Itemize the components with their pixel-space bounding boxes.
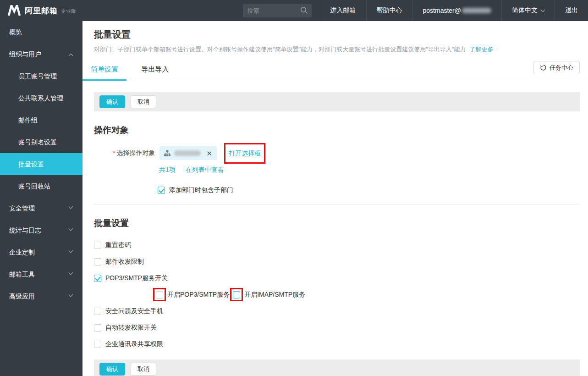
include-subdept-checkbox[interactable] <box>158 187 165 194</box>
include-subdept-label: 添加部门时包含子部门 <box>169 186 233 194</box>
pop3-smtp-switch-checkbox[interactable] <box>94 275 101 282</box>
contact-share-checkbox[interactable] <box>94 341 101 348</box>
confirm-button-bottom[interactable]: 确认 <box>99 363 125 376</box>
chevron-down-icon <box>69 249 73 253</box>
chevron-up-icon <box>69 54 73 58</box>
mail-limit-checkbox[interactable] <box>94 258 101 265</box>
sidebar-item-label: 邮箱工具 <box>9 271 35 278</box>
select-target-row: * 选择操作对象 ✕ 打开选择框 <box>94 146 580 160</box>
sidebar: 概览 组织与用户 员工账号管理 公共联系人管理 邮件组 账号别名设置 批量设置 … <box>0 21 82 376</box>
brand-name: 阿里邮箱 <box>25 6 58 16</box>
brand-logo: 阿里邮箱 企业版 <box>0 5 76 16</box>
redacted-account-domain <box>462 8 491 13</box>
nav-language[interactable]: 简体中文 <box>501 0 555 21</box>
sidebar-item-security-mgmt[interactable]: 安全管理 <box>0 197 82 219</box>
security-question-checkbox[interactable] <box>94 308 101 315</box>
option-label: 安全问题及安全手机 <box>105 307 163 315</box>
sidebar-item-advanced-apps[interactable]: 高级应用 <box>0 285 82 307</box>
learn-more-link[interactable]: 了解更多 <box>469 46 493 53</box>
option-label: 企业通讯录共享权限 <box>105 340 163 348</box>
confirm-button-top[interactable]: 确认 <box>99 95 125 108</box>
chevron-down-icon <box>69 271 73 275</box>
task-center-button[interactable]: 任务中心 <box>533 61 580 74</box>
section-divider <box>94 204 580 205</box>
page-description: 对部门、子部门或单个邮箱账号进行设置。对个别账号操作建议使用"简单设置"能力，对… <box>94 45 588 54</box>
sidebar-item-label: 组织与用户 <box>9 50 41 58</box>
remove-target-icon[interactable]: ✕ <box>206 150 212 157</box>
option-row-pop3-smtp-switch: POP3/SMTP服务开关 <box>94 274 580 282</box>
option-label: POP3/SMTP服务开关 <box>105 274 168 282</box>
section-title-target: 操作对象 <box>94 124 580 136</box>
nav-logout[interactable]: 退出 <box>555 0 588 21</box>
header-nav: 进入邮箱 帮助中心 postmaster@ 简体中文 退出 <box>320 0 588 21</box>
option-row-reset-password: 重置密码 <box>94 241 580 249</box>
sidebar-item-label: 企业定制 <box>9 249 35 256</box>
language-label: 简体中文 <box>512 6 538 15</box>
target-summary-row: 共1项 在列表中查看 <box>159 166 580 174</box>
sidebar-item-label: 安全管理 <box>9 205 35 212</box>
select-target-label: 选择操作对象 <box>116 149 155 157</box>
header-search <box>243 4 312 17</box>
search-icon[interactable] <box>300 6 308 14</box>
chevron-down-icon <box>69 205 73 209</box>
chevron-down-icon <box>541 8 545 12</box>
task-center-label: 任务中心 <box>550 64 573 72</box>
department-icon <box>164 150 170 156</box>
option-row-mail-limit: 邮件收发限制 <box>94 258 580 266</box>
auto-forward-checkbox[interactable] <box>94 324 101 332</box>
sidebar-item-stats-logs[interactable]: 统计与日志 <box>0 219 82 241</box>
chevron-down-icon <box>69 293 73 297</box>
include-subdept-row: 添加部门时包含子部门 <box>158 186 580 194</box>
brand-edition-badge: 企业版 <box>61 8 76 15</box>
sidebar-item-mail-tools[interactable]: 邮箱工具 <box>0 263 82 285</box>
content-area: 确认 取消 操作对象 * 选择操作对象 ✕ 打开选择框 <box>82 92 588 376</box>
pop3-imap-suboptions-row: 开启POP3/SMTP服务 开启IMAP/SMTP服务 <box>156 291 580 299</box>
sidebar-item-staff-accounts[interactable]: 员工账号管理 <box>0 65 82 87</box>
page-description-text: 对部门、子部门或单个邮箱账号进行设置。对个别账号操作建议使用"简单设置"能力，对… <box>94 46 466 53</box>
main-content: 批量设置 对部门、子部门或单个邮箱账号进行设置。对个别账号操作建议使用"简单设置… <box>82 21 588 376</box>
chevron-down-icon <box>69 227 73 231</box>
cancel-button-top[interactable]: 取消 <box>131 95 156 108</box>
redacted-department-name <box>174 150 201 156</box>
account-prefix: postmaster@ <box>423 7 461 14</box>
sidebar-item-org-users[interactable]: 组织与用户 <box>0 43 82 65</box>
enable-pop3-smtp-checkbox[interactable] <box>156 291 163 299</box>
nav-account[interactable]: postmaster@ <box>412 0 501 21</box>
page-title: 批量设置 <box>94 28 588 41</box>
suboption-pop3: 开启POP3/SMTP服务 <box>156 291 230 299</box>
open-selector-wrap: 打开选择框 <box>229 149 261 158</box>
alimail-logo-icon <box>7 5 21 16</box>
option-label: 重置密码 <box>105 241 131 249</box>
view-in-list-link[interactable]: 在列表中查看 <box>186 166 224 173</box>
open-selector-link[interactable]: 打开选择框 <box>229 149 261 157</box>
reset-password-checkbox[interactable] <box>94 242 101 249</box>
option-row-security-question: 安全问题及安全手机 <box>94 307 580 315</box>
nav-enter-mailbox[interactable]: 进入邮箱 <box>320 0 366 21</box>
sidebar-item-label: 高级应用 <box>9 293 35 300</box>
selected-target-tag: ✕ <box>159 146 217 160</box>
tab-bar: 简单设置 导出导入 任务中心 <box>82 60 588 80</box>
sidebar-item-mail-groups[interactable]: 邮件组 <box>0 109 82 131</box>
imap-checkbox-wrap <box>233 291 240 299</box>
action-bar-bottom: 确认 取消 <box>94 359 580 376</box>
tab-export-import[interactable]: 导出导入 <box>133 60 177 80</box>
top-header: 阿里邮箱 企业版 进入邮箱 帮助中心 postmaster@ 简体中文 退出 <box>0 0 588 21</box>
cancel-button-bottom[interactable]: 取消 <box>131 363 156 376</box>
sidebar-item-enterprise-custom[interactable]: 企业定制 <box>0 241 82 263</box>
option-row-contact-share: 企业通讯录共享权限 <box>94 340 580 348</box>
action-bar-top: 确认 取消 <box>94 92 580 111</box>
sidebar-item-overview[interactable]: 概览 <box>0 21 82 43</box>
sidebar-item-alias-settings[interactable]: 账号别名设置 <box>0 131 82 153</box>
sidebar-item-public-contacts[interactable]: 公共联系人管理 <box>0 87 82 109</box>
section-title-batch: 批量设置 <box>94 217 580 229</box>
selected-count-text: 共1项 <box>159 166 176 173</box>
nav-help-center[interactable]: 帮助中心 <box>366 0 412 21</box>
enable-imap-smtp-checkbox[interactable] <box>233 291 240 299</box>
tab-simple-settings[interactable]: 简单设置 <box>82 60 126 80</box>
option-label: 邮件收发限制 <box>105 258 144 266</box>
pop3-checkbox-wrap <box>156 291 163 299</box>
sidebar-item-account-recycle[interactable]: 账号回收站 <box>0 175 82 197</box>
option-label: 自动转发权限开关 <box>105 324 157 332</box>
sidebar-item-batch-settings[interactable]: 批量设置 <box>0 153 82 175</box>
suboption-label: 开启IMAP/SMTP服务 <box>244 291 305 299</box>
